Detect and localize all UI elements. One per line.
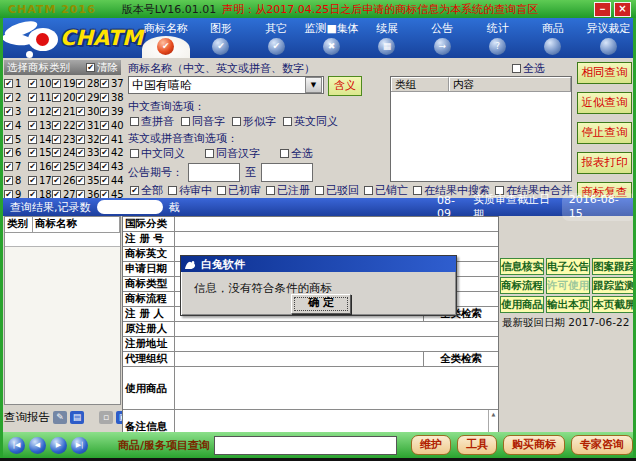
- results-table[interactable]: 类别 商标名称: [4, 216, 121, 405]
- option-checkbox[interactable]: [280, 149, 289, 158]
- category-checkbox[interactable]: [28, 79, 37, 88]
- full-class-search[interactable]: [423, 322, 498, 336]
- category-checkbox[interactable]: [76, 176, 85, 185]
- category-checkbox[interactable]: [52, 176, 61, 185]
- category-checkbox[interactable]: [100, 176, 109, 185]
- status-checkbox[interactable]: [168, 186, 177, 195]
- category-checkbox[interactable]: [76, 162, 85, 171]
- trademark-name-input[interactable]: [129, 78, 305, 92]
- category-checkbox[interactable]: [100, 135, 109, 144]
- status-checkbox[interactable]: [413, 186, 422, 195]
- full-class-search[interactable]: [423, 337, 498, 351]
- category-checkbox[interactable]: [76, 121, 85, 130]
- option-checkbox[interactable]: [181, 117, 190, 126]
- category-checkbox[interactable]: [52, 148, 61, 157]
- option-checkbox[interactable]: [232, 117, 241, 126]
- category-checkbox[interactable]: [52, 79, 61, 88]
- option-checkbox[interactable]: [130, 117, 139, 126]
- query-button[interactable]: 报表打印: [577, 152, 632, 174]
- category-checkbox[interactable]: [52, 121, 61, 130]
- category-checkbox[interactable]: [28, 121, 37, 130]
- bottom-button[interactable]: 工具: [457, 435, 497, 455]
- category-checkbox[interactable]: [4, 107, 13, 116]
- bottom-button[interactable]: 购买商标: [503, 435, 565, 455]
- select-all-checkbox[interactable]: [512, 64, 521, 73]
- toolbar-tab[interactable]: 公告 →: [415, 18, 470, 58]
- action-button[interactable]: 许可使用: [546, 277, 590, 294]
- close-button[interactable]: ×: [614, 2, 631, 17]
- minimize-button[interactable]: －: [594, 2, 611, 17]
- category-checkbox[interactable]: [100, 148, 109, 157]
- category-checkbox[interactable]: [76, 148, 85, 157]
- action-button[interactable]: 商标流程: [500, 277, 544, 294]
- gazette-to-input[interactable]: [261, 163, 313, 182]
- query-button[interactable]: 近似查询: [577, 92, 632, 114]
- action-button[interactable]: 输出本页: [546, 296, 590, 313]
- dialog-title-bar[interactable]: 白兔软件: [181, 256, 456, 272]
- gazette-from-input[interactable]: [188, 163, 240, 182]
- query-button[interactable]: 停止查询: [577, 122, 632, 144]
- category-checkbox[interactable]: [4, 176, 13, 185]
- category-checkbox[interactable]: [4, 162, 13, 171]
- category-checkbox[interactable]: [52, 93, 61, 102]
- report-icon[interactable]: ▤: [70, 411, 84, 424]
- status-checkbox[interactable]: [266, 186, 275, 195]
- category-checkbox[interactable]: [4, 79, 13, 88]
- category-checkbox[interactable]: [76, 79, 85, 88]
- results-count-input[interactable]: [97, 200, 163, 214]
- action-button[interactable]: 信息核实: [500, 258, 544, 275]
- status-checkbox[interactable]: [364, 186, 373, 195]
- report-icon[interactable]: ✎: [53, 411, 67, 424]
- category-checkbox[interactable]: [76, 107, 85, 116]
- action-button[interactable]: 跟踪监测: [592, 277, 636, 294]
- category-checkbox[interactable]: [4, 93, 13, 102]
- query-button[interactable]: 相同查询: [577, 62, 632, 84]
- full-class-search[interactable]: 全类检索: [423, 352, 498, 366]
- category-checkbox[interactable]: [52, 107, 61, 116]
- category-checkbox[interactable]: [100, 107, 109, 116]
- action-button[interactable]: 图案跟踪: [592, 258, 636, 275]
- goods-value[interactable]: [175, 367, 498, 409]
- toolbar-tab[interactable]: 统计 ?: [470, 18, 525, 58]
- category-checkbox[interactable]: [28, 93, 37, 102]
- category-checkbox[interactable]: [100, 79, 109, 88]
- clear-checkbox[interactable]: [86, 63, 95, 72]
- toolbar-tab[interactable]: 异议裁定: [581, 18, 636, 58]
- status-checkbox[interactable]: [130, 186, 139, 195]
- goods-search-input[interactable]: [214, 436, 397, 455]
- toolbar-tab[interactable]: 续展 ▦: [359, 18, 414, 58]
- status-checkbox[interactable]: [315, 186, 324, 195]
- option-checkbox[interactable]: [205, 149, 214, 158]
- nav-arrow-icon[interactable]: ◀: [29, 437, 46, 454]
- action-button[interactable]: 电子公告: [546, 258, 590, 275]
- category-checkbox[interactable]: [76, 93, 85, 102]
- category-checkbox[interactable]: [28, 176, 37, 185]
- toolbar-tab[interactable]: 商标名称 ✔: [138, 18, 193, 58]
- category-checkbox[interactable]: [28, 148, 37, 157]
- combobox-dropdown-icon[interactable]: ▼: [305, 77, 322, 93]
- nav-arrow-icon[interactable]: ▶|: [71, 437, 88, 454]
- nav-arrow-icon[interactable]: ▶: [50, 437, 67, 454]
- toolbar-tab[interactable]: 其它 ✔: [249, 18, 304, 58]
- toolbar-tab[interactable]: 商品: [525, 18, 580, 58]
- category-checkbox[interactable]: [100, 93, 109, 102]
- class-group-list[interactable]: 类组 内容: [390, 76, 572, 182]
- category-checkbox[interactable]: [52, 135, 61, 144]
- meaning-button[interactable]: 含义: [328, 76, 362, 96]
- toolbar-tab[interactable]: 监测■集体 ✖: [304, 18, 359, 58]
- category-checkbox[interactable]: [76, 135, 85, 144]
- action-button[interactable]: 本页截屏: [592, 296, 636, 313]
- bottom-button[interactable]: 维护: [411, 435, 451, 455]
- category-checkbox[interactable]: [28, 162, 37, 171]
- category-checkbox[interactable]: [4, 148, 13, 157]
- toolbar-tab[interactable]: 图形 ✔: [193, 18, 248, 58]
- category-checkbox[interactable]: [100, 162, 109, 171]
- nav-arrow-icon[interactable]: |◀: [8, 437, 25, 454]
- status-checkbox[interactable]: [217, 186, 226, 195]
- bottom-button[interactable]: 专家咨询: [571, 435, 633, 455]
- option-checkbox[interactable]: [283, 117, 292, 126]
- category-checkbox[interactable]: [4, 121, 13, 130]
- action-button[interactable]: 使用商品: [500, 296, 544, 313]
- category-checkbox[interactable]: [28, 107, 37, 116]
- option-checkbox[interactable]: [130, 149, 139, 158]
